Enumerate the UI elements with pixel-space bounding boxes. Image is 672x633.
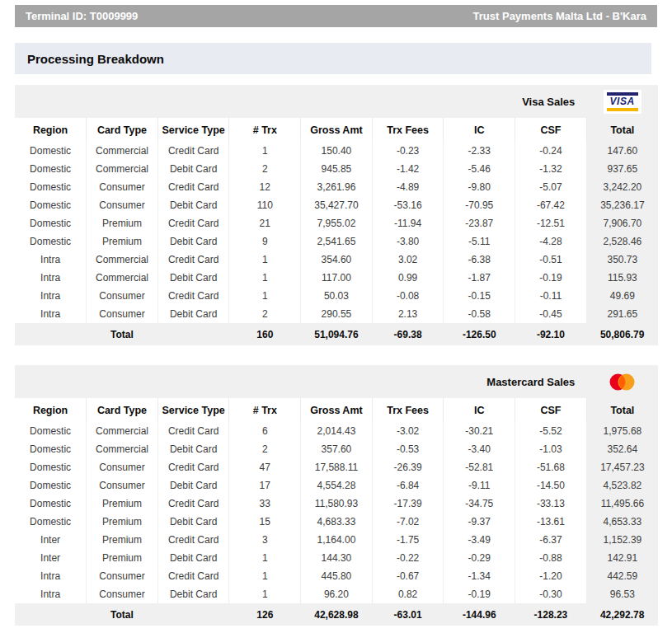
table-cell: -1.34 [444, 567, 515, 585]
column-header: Gross Amt [301, 118, 373, 142]
table-cell: -3.80 [372, 232, 444, 251]
column-header: Service Type [157, 398, 229, 422]
table-cell: 350.73 [586, 251, 658, 269]
table-cell: Premium [87, 549, 158, 567]
table-cell: 357.60 [301, 440, 373, 458]
column-header: IC [444, 398, 515, 422]
table-cell: Commercial [87, 440, 158, 458]
table-cell: Domestic [15, 214, 87, 232]
table-row: IntraCommercialCredit Card1354.603.02-6.… [15, 251, 658, 269]
table-cell: 1 [229, 549, 301, 567]
total-fees: -63.01 [372, 603, 444, 626]
table-cell: Domestic [15, 476, 87, 495]
column-header: # Trx [229, 398, 301, 422]
table-cell: -0.67 [372, 567, 444, 585]
visa-logo-bottom-bar [607, 108, 638, 111]
section-title: Processing Breakdown [27, 52, 164, 66]
table-cell: Credit Card [157, 251, 229, 269]
table-cell: 3 [229, 531, 301, 549]
table-cell: -1.32 [515, 160, 587, 178]
logo-cell: VISA [586, 85, 658, 118]
total-total: 50,806.79 [586, 323, 658, 345]
column-header: Total [586, 398, 658, 422]
table-cell: -11.94 [372, 214, 444, 232]
table-cell: Domestic [15, 495, 87, 513]
table-cell: Credit Card [157, 142, 229, 160]
table-cell: 12 [229, 178, 301, 196]
table-cell: -4.28 [515, 232, 587, 251]
table-cell: -5.11 [444, 232, 515, 251]
table-cell: -34.75 [444, 495, 515, 513]
table-cell: -7.02 [372, 513, 444, 531]
table-cell: 7,906.70 [586, 214, 658, 232]
table-cell: 21 [229, 214, 301, 232]
table-cell: 1 [229, 287, 301, 305]
total-ic: -144.96 [444, 603, 515, 626]
table-cell: 945.85 [301, 160, 373, 178]
table-cell: Consumer [87, 287, 158, 305]
table-cell: Premium [87, 513, 158, 531]
table-cell: 2 [229, 160, 301, 178]
table-cell: 4,554.28 [301, 476, 373, 495]
table-cell: 7,955.02 [301, 214, 373, 232]
table-cell: -1.03 [515, 440, 587, 458]
table-row: InterPremiumDebit Card1144.30-0.22-0.29-… [15, 549, 658, 567]
table-row: DomesticConsumerCredit Card4717,588.11-2… [15, 458, 658, 476]
table-cell: -0.19 [515, 269, 587, 287]
table-cell: 17 [229, 476, 301, 495]
table-cell: Intra [15, 567, 87, 585]
table-cell: -1.42 [372, 160, 444, 178]
column-header: Region [15, 118, 87, 142]
table-cell: 117.00 [301, 269, 373, 287]
table-cell: Commercial [87, 269, 158, 287]
table-cell: 96.53 [586, 585, 658, 603]
table-cell: 35,427.70 [301, 196, 373, 214]
table-row: IntraConsumerDebit Card196.200.82-0.19-0… [15, 585, 658, 603]
column-header: # Trx [229, 118, 301, 142]
table-cell: Domestic [15, 178, 87, 196]
table-cell: Premium [87, 495, 158, 513]
logo-cell [586, 365, 658, 398]
table-cell: 33 [229, 495, 301, 513]
table-cell: -70.95 [444, 196, 515, 214]
table-cell: Debit Card [157, 196, 229, 214]
table-cell: Commercial [87, 160, 158, 178]
table-cell: 1 [229, 251, 301, 269]
table-row: DomesticCommercialDebit Card2357.60-0.53… [15, 440, 658, 458]
terminal-id: Terminal ID: T0009999 [26, 10, 138, 22]
table-cell: -0.30 [515, 585, 587, 603]
column-header: CSF [515, 398, 587, 422]
table-cell: -26.39 [372, 458, 444, 476]
table-cell: Consumer [87, 567, 158, 585]
table-cell: 4,523.82 [586, 476, 658, 495]
table-cell: 352.64 [586, 440, 658, 458]
total-trx: 126 [229, 603, 301, 626]
table-cell: Domestic [15, 142, 87, 160]
table-row: DomesticConsumerDebit Card11035,427.70-5… [15, 196, 658, 214]
table-cell: -4.89 [372, 178, 444, 196]
table-cell: 49.69 [586, 287, 658, 305]
table-cell: -0.19 [444, 585, 515, 603]
table-cell: 2,014.43 [301, 422, 373, 440]
table-cell: Credit Card [157, 458, 229, 476]
table-title: Mastercard Sales [15, 365, 586, 398]
table-cell: Consumer [87, 305, 158, 323]
column-header: Total [586, 118, 658, 142]
table-cell: Commercial [87, 142, 158, 160]
table-row: DomesticConsumerCredit Card123,261.96-4.… [15, 178, 658, 196]
table-cell: Debit Card [157, 549, 229, 567]
table-cell: -5.46 [444, 160, 515, 178]
table-title: Visa Sales [15, 85, 586, 118]
table-cell: -9.11 [444, 476, 515, 495]
table-cell: Premium [87, 214, 158, 232]
table-cell: Debit Card [157, 232, 229, 251]
table-cell: 442.59 [586, 567, 658, 585]
table-cell: 142.91 [586, 549, 658, 567]
table-cell: -13.61 [515, 513, 587, 531]
table-cell: -6.38 [444, 251, 515, 269]
table-cell: Debit Card [157, 513, 229, 531]
table-cell: 290.55 [301, 305, 373, 323]
table-cell: Credit Card [157, 422, 229, 440]
table-cell: 4,653.33 [586, 513, 658, 531]
table-cell: -5.52 [515, 422, 587, 440]
